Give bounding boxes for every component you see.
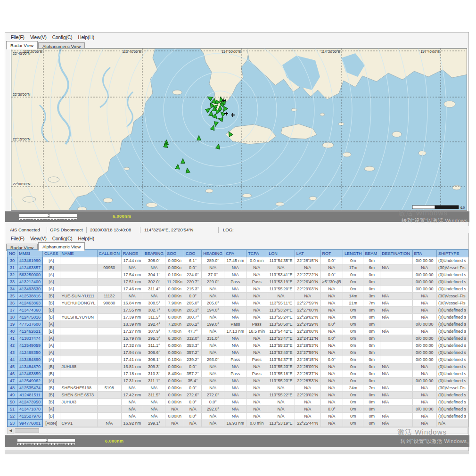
cell-mmsi: 413461990: [17, 257, 43, 264]
menu-item-help[interactable]: Help(H): [78, 34, 94, 40]
table-row[interactable]: 34413493630[A]17.46 nm311.4°0.00Kn215.3°…: [8, 286, 468, 293]
status-separator: [218, 227, 219, 233]
column-header-cog[interactable]: COG: [184, 250, 202, 257]
cell-name: SHEN SHE 6573: [60, 392, 97, 399]
table-row[interactable]: 49412481511[B]SHEN SHE 657317.42 nm311.5…: [8, 392, 468, 399]
cell-range: N/A: [122, 399, 143, 406]
cell-no: 48: [8, 385, 17, 392]
status-position: 114°32'24"E, 22°20'54"N: [144, 227, 193, 232]
cell-sog: 0.00Kn: [165, 314, 184, 321]
column-header-callsign[interactable]: CALLSIGN: [97, 250, 122, 257]
column-header-bearing[interactable]: BEARING: [143, 250, 165, 257]
cell-shiptype: (0)Undefined s: [437, 307, 468, 314]
cell-mmsi: 994776001: [17, 420, 43, 427]
table-row[interactable]: 45413484870[B]JUHUI816.81 nm309.3°0.00Kn…: [8, 363, 468, 370]
table-row[interactable]: 31412463857[B]90950N/AN/A0.00Kn0.0°N/AN/…: [8, 264, 468, 271]
tab-radar-view[interactable]: Radar View: [6, 41, 38, 49]
table-row[interactable]: 32563250000[A]17.54 nm304.1°0.10Kn224.0°…: [8, 271, 468, 279]
cell-lat: N/A: [295, 385, 320, 392]
table-row[interactable]: 42412549059[A]17.32 nm311.1°0.00Kn353.3°…: [8, 342, 468, 349]
cell-callsign: 90950: [97, 264, 122, 271]
cell-lat: 22°28'15"N: [295, 356, 320, 363]
table-row[interactable]: 43412468350[A]17.94 nm306.6°0.00Kn357.2°…: [8, 349, 468, 356]
cell-destination: N/A: [380, 399, 412, 406]
cell-bearing: 306.6°: [143, 349, 165, 356]
cell-heading: N/A: [202, 413, 224, 420]
cell-mmsi: 412475016: [17, 314, 43, 321]
cell-no: 52: [8, 413, 17, 420]
radar-map[interactable]: 113°20'00"E113°40'00"E114°00'00"E114°20'…: [11, 48, 467, 211]
cell-mmsi: 412549062: [17, 378, 43, 385]
cell-heading: 199.0°: [202, 321, 224, 328]
column-header-shiptype[interactable]: SHIPTYPE: [437, 250, 468, 257]
cell-heading: N/A: [202, 286, 224, 293]
cell-bearing: 308.0°: [143, 257, 165, 264]
cell-shiptype: (30)Vessel-Fis: [437, 300, 468, 307]
menu-item-view[interactable]: View(V): [30, 235, 47, 241]
scroll-thumb[interactable]: [15, 428, 39, 433]
menu-item-file[interactable]: File(F): [11, 235, 25, 241]
cell-no: 40: [8, 328, 17, 335]
column-header-eta[interactable]: ETA: [412, 250, 436, 257]
column-header-no[interactable]: NO: [8, 250, 17, 257]
cell-bearing: 292.4°: [143, 321, 165, 328]
cell-callsign: [97, 342, 122, 349]
cell-rot: N/A: [320, 314, 343, 321]
table-row[interactable]: 39477537600[A]18.39 nm292.4°7.20Kn206.2°…: [8, 321, 468, 328]
cell-length: 0m: [343, 413, 363, 420]
table-row[interactable]: 33413212400[A]17.51 nm302.0°11.20Kn220.7…: [8, 279, 468, 286]
cell-callsign: [97, 413, 122, 420]
cell-name: [60, 335, 97, 342]
cell-cog: 353.3°: [184, 342, 202, 349]
table-row[interactable]: 44413484890[A]17.41 nm308.1°0.10Kn239.2°…: [8, 356, 468, 363]
menu-item-config[interactable]: Config(C): [52, 235, 73, 241]
cell-beam: 0m: [363, 378, 380, 385]
cell-lat: N/A: [295, 413, 320, 420]
table-row[interactable]: 51413471870[A]N/AN/AN/AN/A292.0°N/AN/AN/…: [8, 406, 468, 413]
table-row[interactable]: 47412549062[A]17.31 nm311.1°0.00Kn35.4°N…: [8, 378, 468, 385]
column-header-range[interactable]: RANGE: [122, 250, 143, 257]
column-header-tcpa[interactable]: TCPA: [246, 250, 267, 257]
cell-shiptype: (30)Vessel-Fis: [437, 385, 468, 392]
table-row[interactable]: 30413461990[A]17.44 nm308.0°0.00Kn6.1°28…: [8, 257, 468, 264]
cell-cpa: N/A: [224, 385, 246, 392]
cell-beam: 0m: [363, 399, 380, 406]
cell-cog: 205.3°: [184, 307, 202, 314]
column-header-beam[interactable]: BEAM: [363, 250, 380, 257]
table-row[interactable]: 37413474360[B]17.55 nm302.7°0.00Kn205.3°…: [8, 307, 468, 314]
cell-length: 21m: [343, 300, 363, 307]
menu-item-file[interactable]: File(F): [11, 34, 25, 40]
table-row[interactable]: 38412475016[B]YUESHEYUYUN17.39 nm311.5°0…: [8, 314, 468, 321]
table-row[interactable]: 35412538816[B]YUE-SUN-YU11111132N/AN/A0.…: [8, 293, 468, 300]
table-row[interactable]: 46412463859[B]17.18 nm310.3°8.40Kn357.2°…: [8, 370, 468, 378]
column-header-lat[interactable]: LAT: [295, 250, 320, 257]
cell-sog: 0.00Kn: [165, 293, 184, 300]
menu-item-config[interactable]: Config(C): [52, 34, 73, 40]
menu-item-view[interactable]: View(V): [30, 34, 47, 40]
menu-item-help[interactable]: Help(H): [78, 235, 94, 241]
cell-destination: [380, 349, 412, 356]
table-row[interactable]: 52412527976[B]N/AN/A0.00Kn0.0°N/AN/AN/AN…: [8, 413, 468, 420]
table-row[interactable]: 50412473950[B]JUHUI3N/AN/A0.00Kn0.0°0.0°…: [8, 399, 468, 406]
cell-class: [A]: [43, 378, 60, 385]
cell-cog: N/A: [184, 420, 202, 427]
column-header-sog[interactable]: SOG: [165, 250, 184, 257]
cell-callsign: [97, 370, 122, 378]
cell-bearing: 308.1°: [143, 356, 165, 363]
table-row[interactable]: 53994776001[AtoN]CPV1N/A16.92 nm299.1°N/…: [8, 420, 468, 427]
scroll-left-icon[interactable]: ◀: [8, 428, 14, 434]
column-header-length[interactable]: LENGTH: [343, 250, 363, 257]
cell-lat: 22°28'53"N: [295, 342, 320, 349]
column-header-lon[interactable]: LON: [267, 250, 295, 257]
column-header-cpa[interactable]: CPA: [224, 250, 246, 257]
cell-name: [60, 257, 97, 264]
column-header-rot[interactable]: ROT: [320, 250, 343, 257]
cell-mmsi: 477537600: [17, 321, 43, 328]
tab-alphanumeric-view[interactable]: Alphanumeric View: [38, 242, 85, 251]
column-header-destination[interactable]: DESTINATION: [380, 250, 412, 257]
table-row[interactable]: 48412535474[B]SHENSHE51985198N/AN/A0.00K…: [8, 385, 468, 392]
column-header-heading[interactable]: HEADING: [202, 250, 224, 257]
table-row[interactable]: 41413837474[A]15.79 nm295.3°6.30Kn332.0°…: [8, 335, 468, 342]
table-row[interactable]: 40412462621[B]17.27 nm307.9°7.40Kn47.7°N…: [8, 328, 468, 335]
table-row[interactable]: 36412463863[B]YUEHUIDONGYL9088016.84 nm3…: [8, 300, 468, 307]
